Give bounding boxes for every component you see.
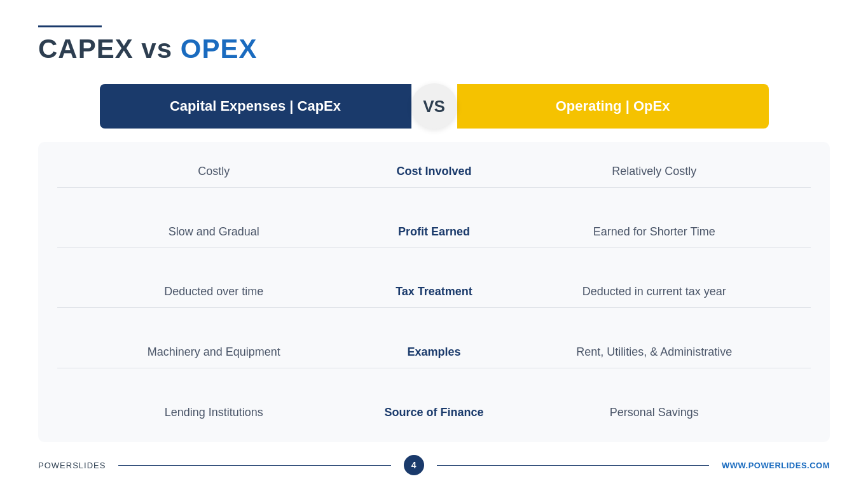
comparison-row: Deducted over timeTax TreatmentDeducted … [57,276,811,308]
comparison-row: Machinery and EquipmentExamplesRent, Uti… [57,337,811,368]
title-capex: CAPEX vs [38,34,181,64]
banner-opex: Operating | OpEx [457,84,769,129]
comparison-row: CostlyCost InvolvedRelatively Costly [57,156,811,188]
col-center-2: Tax Treatment [371,285,498,298]
title-opex: OPEX [181,34,258,64]
col-left-3: Machinery and Equipment [57,345,371,359]
col-right-0: Relatively Costly [498,165,811,178]
col-center-4: Source of Finance [371,406,498,419]
col-left-4: Lending Institutions [57,406,371,419]
col-center-1: Profit Earned [371,225,498,239]
brand-name: POWERSLIDES [38,461,106,470]
page-title: CAPEX vs OPEX [38,34,830,64]
col-center-0: Cost Involved [371,165,498,178]
website-url: WWW.POWERLIDES.COM [722,461,830,470]
page-number: 4 [404,455,424,475]
col-right-3: Rent, Utilities, & Administrative [498,345,811,359]
col-left-1: Slow and Gradual [57,225,371,239]
vs-circle: VS [411,83,457,129]
col-right-1: Earned for Shorter Time [498,225,811,239]
col-center-3: Examples [371,345,498,359]
comparison-row: Lending InstitutionsSource of FinancePer… [57,397,811,428]
col-left-0: Costly [57,165,371,178]
footer-line-left [118,465,390,466]
col-left-2: Deducted over time [57,285,371,298]
page: CAPEX vs OPEX Capital Expenses | CapEx V… [0,0,868,488]
col-right-4: Personal Savings [498,406,811,419]
header-line [38,25,102,27]
comparison-row: Slow and GradualProfit EarnedEarned for … [57,216,811,248]
vs-banner: Capital Expenses | CapEx VS Operating | … [38,83,830,129]
banner-capex: Capital Expenses | CapEx [100,84,411,129]
header: CAPEX vs OPEX [38,25,830,64]
brand-regular: SLIDES [72,461,106,470]
footer-line-right [437,465,709,466]
brand-bold: POWER [38,461,72,470]
footer: POWERSLIDES 4 WWW.POWERLIDES.COM [38,447,830,475]
col-right-2: Deducted in current tax year [498,285,811,298]
comparison-table: CostlyCost InvolvedRelatively CostlySlow… [38,142,830,442]
